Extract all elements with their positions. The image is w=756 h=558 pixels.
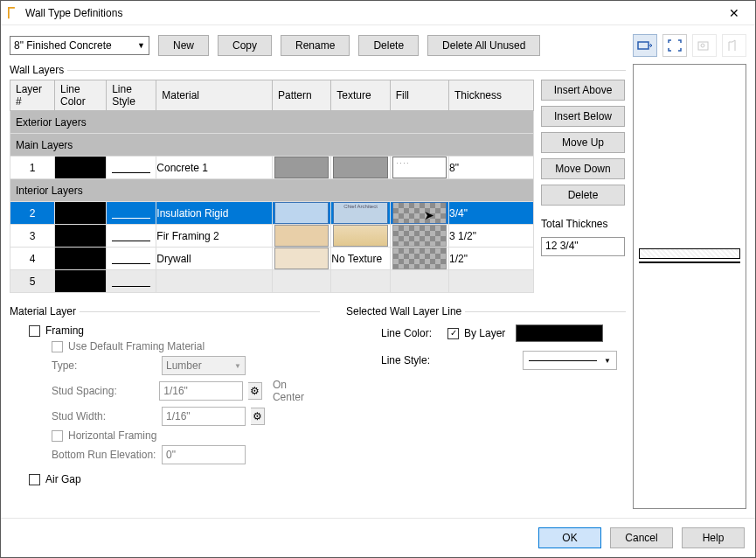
bottom-run-input: 0" <box>162 445 246 464</box>
horizontal-framing-label: Horizontal Framing <box>68 429 156 442</box>
section-icon <box>727 39 741 52</box>
group-interior[interactable]: Interior Layers <box>10 179 534 202</box>
pattern-cell[interactable] <box>272 157 330 179</box>
window-title: Wall Type Definitions <box>25 7 717 19</box>
delete-layer-button[interactable]: Delete <box>541 185 625 206</box>
linecolor-cell[interactable] <box>55 202 107 225</box>
table-row-2[interactable]: 2 Insulation Rigid Chief Architect ➤ 3/4… <box>10 202 534 225</box>
fill-cell[interactable]: ➤ <box>390 202 448 225</box>
delete-all-unused-button[interactable]: Delete All Unused <box>427 35 540 56</box>
plan-view-icon <box>637 39 653 52</box>
texture-cell[interactable]: No Texture <box>331 248 390 270</box>
col-line-color[interactable]: Line Color <box>55 80 107 111</box>
air-gap-checkbox[interactable] <box>29 474 40 485</box>
material-layer-legend: Material Layer <box>10 305 80 317</box>
framing-checkbox[interactable] <box>29 325 40 337</box>
line-color-swatch[interactable] <box>516 324 603 342</box>
on-center-label: On Center <box>273 379 320 403</box>
linestyle-cell[interactable] <box>107 202 156 225</box>
wall-preview <box>639 248 740 263</box>
dialog-footer: OK Cancel Help <box>1 518 755 557</box>
col-texture[interactable]: Texture <box>331 80 390 111</box>
pattern-cell[interactable] <box>272 225 330 248</box>
col-layer-num[interactable]: Layer # <box>10 80 55 111</box>
view-toolbar <box>633 34 746 57</box>
new-button[interactable]: New <box>158 35 209 56</box>
selected-line-legend: Selected Wall Layer Line <box>346 305 465 317</box>
line-style-label: Line Style: <box>381 354 442 366</box>
use-default-framing-checkbox <box>52 341 63 352</box>
col-thickness[interactable]: Thickness <box>449 80 534 111</box>
total-thickness-value[interactable]: 12 3/4" <box>541 237 625 256</box>
col-pattern[interactable]: Pattern <box>272 80 330 111</box>
svg-rect-1 <box>698 42 708 50</box>
by-layer-label: By Layer <box>464 327 505 339</box>
linecolor-cell[interactable] <box>55 270 107 293</box>
plan-view-toggle[interactable] <box>633 34 657 57</box>
material-layer-group: Material Layer Framing Use Default Frami… <box>10 305 320 489</box>
wall-type-combo[interactable]: 8" Finished Concrete ▼ <box>10 36 149 55</box>
zoom-extents-button[interactable] <box>662 34 687 57</box>
table-row-3[interactable]: 3 Fir Framing 2 3 1/2" <box>10 225 534 248</box>
fill-cell[interactable] <box>390 248 448 270</box>
cancel-button[interactable]: Cancel <box>610 527 673 548</box>
line-color-label: Line Color: <box>381 327 442 339</box>
linestyle-cell[interactable] <box>107 270 156 293</box>
texture-cell[interactable]: Chief Architect <box>331 202 390 225</box>
stud-width-label: Stud Width: <box>52 410 156 422</box>
col-line-style[interactable]: Line Style <box>107 80 156 111</box>
delete-button[interactable]: Delete <box>358 35 419 56</box>
wall-type-combo-value: 8" Finished Concrete <box>14 39 112 52</box>
air-gap-label: Air Gap <box>45 473 81 485</box>
col-fill[interactable]: Fill <box>390 80 448 111</box>
move-up-button[interactable]: Move Up <box>541 132 625 153</box>
chevron-down-icon: ▼ <box>137 41 145 50</box>
table-header-row: Layer # Line Color Line Style Material P… <box>10 80 534 111</box>
copy-button[interactable]: Copy <box>218 35 272 56</box>
titlebar: Wall Type Definitions ✕ <box>1 1 755 25</box>
linestyle-cell[interactable] <box>107 248 156 270</box>
linestyle-cell[interactable] <box>107 225 156 248</box>
fill-cell[interactable] <box>390 225 448 248</box>
use-default-framing-label: Use Default Framing Material <box>68 340 205 352</box>
section-view-button[interactable] <box>722 34 746 57</box>
group-exterior[interactable]: Exterior Layers <box>10 111 534 134</box>
ok-button[interactable]: OK <box>538 527 601 548</box>
horizontal-framing-checkbox <box>52 430 63 442</box>
insert-above-button[interactable]: Insert Above <box>541 80 625 101</box>
wall-layers-group: Wall Layers Layer # Line Color Line Styl… <box>10 64 626 293</box>
col-material[interactable]: Material <box>156 80 273 111</box>
table-row-1[interactable]: 1 Concrete 1 · · · · 8" <box>10 157 534 179</box>
pattern-cell[interactable] <box>272 202 330 225</box>
line-style-combo[interactable]: ▼ <box>523 351 617 370</box>
help-button[interactable]: Help <box>682 527 745 548</box>
rename-button[interactable]: Rename <box>281 35 350 56</box>
move-down-button[interactable]: Move Down <box>541 158 625 179</box>
stud-spacing-input: 1/16" <box>159 381 243 401</box>
insert-below-button[interactable]: Insert Below <box>541 106 625 127</box>
svg-rect-0 <box>638 42 648 49</box>
linecolor-cell[interactable] <box>55 248 107 270</box>
layers-table[interactable]: Layer # Line Color Line Style Material P… <box>10 80 534 293</box>
wall-layers-legend: Wall Layers <box>10 64 67 76</box>
linecolor-cell[interactable] <box>55 157 107 179</box>
table-row-4[interactable]: 4 Drywall No Texture 1/2" <box>10 248 534 270</box>
wrench-icon: ⚙ <box>248 382 262 400</box>
table-row-5[interactable]: 5 <box>10 270 534 293</box>
group-main[interactable]: Main Layers <box>10 134 534 157</box>
linecolor-cell[interactable] <box>55 225 107 248</box>
svg-point-2 <box>701 44 704 47</box>
fill-cell[interactable]: · · · · <box>390 157 448 179</box>
total-thickness-label: Total Thicknes <box>541 218 625 230</box>
pattern-cell[interactable] <box>272 248 330 270</box>
linestyle-cell[interactable] <box>107 157 156 179</box>
camera-icon <box>697 39 711 52</box>
selected-line-group: Selected Wall Layer Line Line Color: By … <box>346 305 626 373</box>
app-icon <box>8 7 20 19</box>
close-button[interactable]: ✕ <box>717 6 752 20</box>
by-layer-checkbox[interactable] <box>447 328 459 339</box>
layer-action-buttons: Insert Above Insert Below Move Up Move D… <box>541 80 625 293</box>
texture-cell[interactable] <box>331 225 390 248</box>
texture-cell[interactable] <box>331 157 390 179</box>
3d-view-button[interactable] <box>692 34 717 57</box>
